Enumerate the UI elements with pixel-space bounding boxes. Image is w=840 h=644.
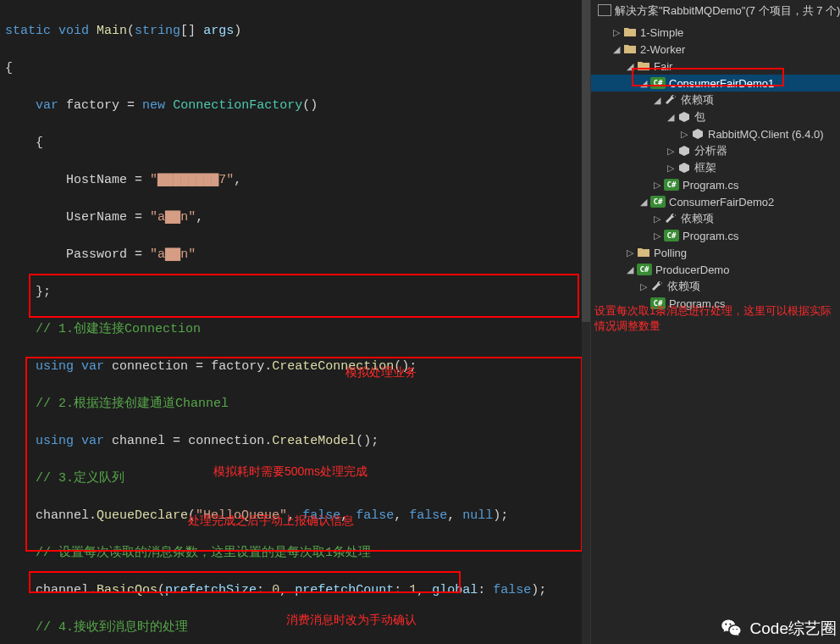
keyword: var: [36, 98, 58, 113]
pkg-icon: [677, 161, 691, 175]
identifier: channel: [36, 508, 89, 523]
tree-item[interactable]: ◢2-Worker: [591, 41, 840, 58]
keyword: false: [356, 508, 394, 523]
param-name: global: [432, 583, 478, 597]
chevron-icon[interactable]: ▷: [652, 214, 662, 225]
chevron-icon[interactable]: ◢: [666, 112, 676, 123]
tree-item[interactable]: ◢C#ConsumerFairDemo1: [591, 75, 840, 92]
chevron-icon[interactable]: ▷: [666, 146, 676, 157]
tree-item[interactable]: ▷依赖项: [591, 278, 840, 295]
tree-item[interactable]: ▷依赖项: [591, 210, 840, 227]
annotation-right: 设置每次取1条消息进行处理，这里可以根据实际情况调整数量: [594, 303, 837, 334]
chevron-icon[interactable]: ◢: [611, 44, 622, 55]
property: HostName: [66, 173, 127, 187]
chevron-icon[interactable]: ▷: [666, 163, 676, 174]
tree-item-label: 包: [694, 109, 705, 125]
cs-icon: C#: [650, 77, 666, 89]
tree-item[interactable]: ◢C#ProducerDemo: [591, 261, 840, 278]
tree-item-label: ConsumerFairDemo1: [669, 77, 774, 90]
identifier: connection: [112, 359, 188, 374]
scroll-thumb[interactable]: [582, 0, 590, 322]
chevron-icon[interactable]: ◢: [625, 61, 635, 72]
chevron-icon[interactable]: ▷: [638, 281, 649, 292]
keyword: using: [36, 359, 74, 374]
chevron-icon[interactable]: ▷: [652, 230, 662, 242]
string-literal: "HelloQueue": [196, 508, 287, 523]
literal: 1: [409, 583, 417, 597]
keyword: false: [409, 508, 447, 523]
tree-item[interactable]: ▷分析器: [591, 142, 840, 159]
comment: // 2.根据连接创建通道Channel: [36, 397, 229, 411]
identifier: channel: [36, 583, 89, 597]
property: Password: [66, 247, 127, 262]
wechat-icon: [720, 617, 743, 641]
pkg-icon: [677, 110, 691, 124]
chevron-icon[interactable]: ◢: [638, 78, 649, 89]
tree-item[interactable]: ◢依赖项: [591, 92, 840, 108]
cs-icon: C#: [637, 264, 652, 275]
method: CreateConnection: [272, 359, 394, 374]
wrench-icon: [664, 93, 677, 107]
identifier: channel: [112, 434, 165, 448]
tree-item-label: 依赖项: [681, 92, 714, 108]
tree-item[interactable]: ▷框架: [591, 159, 840, 176]
solution-title[interactable]: 解决方案"RabbitMQDemo"(7 个项目，共 7 个): [591, 0, 840, 22]
pkg-icon: [677, 144, 691, 158]
keyword: false: [302, 508, 340, 523]
cs-icon: C#: [664, 230, 679, 242]
keyword: var: [81, 359, 104, 374]
keyword: var: [81, 434, 104, 448]
tree-item[interactable]: ◢包: [591, 108, 840, 125]
folder-icon: [637, 59, 650, 73]
code-editor[interactable]: static void Main(string[] args) { var fa…: [0, 0, 590, 644]
channel-text: Code综艺圈: [750, 618, 837, 640]
chevron-icon[interactable]: ▷: [679, 129, 689, 140]
chevron-icon[interactable]: ▷: [652, 180, 662, 191]
param-name: prefetchSize: [165, 583, 257, 597]
tree-item[interactable]: ▷C#Program.cs: [591, 176, 840, 193]
tree-item-label: 框架: [694, 160, 716, 175]
type: string: [135, 24, 180, 38]
tree-item[interactable]: ▷1-Simple: [591, 24, 840, 41]
chevron-icon[interactable]: ◢: [625, 264, 635, 275]
folder-icon: [637, 246, 650, 259]
string-literal: "a▇▇n": [150, 210, 196, 225]
tree-item-label: Fair: [654, 60, 672, 73]
keyword: using: [36, 434, 74, 448]
tree-item-label: Program.cs: [682, 230, 738, 242]
method: QueueDeclare: [97, 508, 188, 523]
tree-item[interactable]: ▷C#Program.cs: [591, 227, 840, 244]
solution-tree[interactable]: ▷1-Simple◢2-Worker◢Fair◢C#ConsumerFairDe…: [591, 22, 840, 314]
tree-item[interactable]: ▷Polling: [591, 244, 840, 261]
method-name: Main: [97, 24, 127, 38]
wrench-icon: [664, 212, 677, 225]
tree-item-label: Program.cs: [682, 179, 738, 192]
keyword: new: [142, 98, 165, 113]
chevron-icon[interactable]: ◢: [652, 95, 662, 106]
channel-watermark: Code综艺圈: [720, 617, 837, 641]
tree-item[interactable]: ◢Fair: [591, 58, 840, 75]
method: CreateModel: [272, 434, 356, 448]
pkg-icon: [691, 127, 705, 141]
tree-item-label: 分析器: [694, 143, 727, 158]
comment: // 3.定义队列: [36, 471, 124, 486]
chevron-icon[interactable]: ▷: [625, 247, 635, 258]
tree-item-label: 依赖项: [681, 211, 714, 226]
property: UserName: [66, 210, 127, 225]
tree-item-label: 1-Simple: [640, 26, 683, 39]
type: ConnectionFactory: [173, 98, 302, 113]
tree-item[interactable]: ▷RabbitMQ.Client (6.4.0): [591, 125, 840, 142]
editor-scrollbar[interactable]: [582, 0, 590, 644]
param: args: [203, 24, 234, 38]
identifier: factory: [211, 359, 264, 374]
param-name: prefetchCount: [295, 583, 394, 597]
comment: // 4.接收到消息时的处理: [36, 620, 188, 635]
solution-explorer[interactable]: 解决方案"RabbitMQDemo"(7 个项目，共 7 个) ▷1-Simpl…: [590, 0, 840, 644]
comment: // 1.创建连接Connection: [36, 322, 201, 336]
tree-item[interactable]: ◢C#ConsumerFairDemo2: [591, 193, 840, 210]
chevron-icon[interactable]: ◢: [638, 197, 649, 208]
cs-icon: C#: [664, 179, 679, 191]
chevron-icon[interactable]: ▷: [611, 27, 622, 38]
keyword: false: [493, 583, 531, 597]
folder-icon: [623, 42, 637, 56]
